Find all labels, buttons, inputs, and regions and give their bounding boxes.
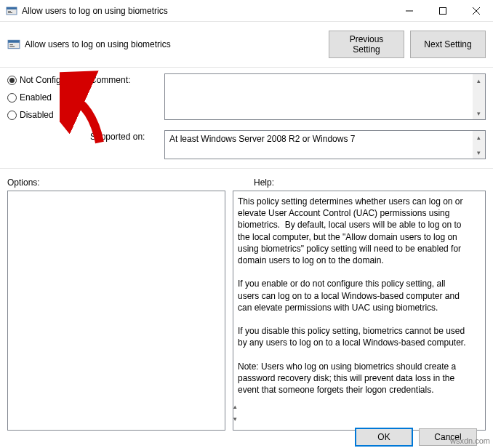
supported-on-label: Supported on: — [90, 130, 154, 159]
scroll-down-icon[interactable]: ▾ — [473, 146, 485, 159]
window-controls — [393, 0, 493, 22]
scrollbar[interactable]: ▴ ▾ — [473, 74, 485, 119]
titlebar: Allow users to log on using biometrics — [0, 0, 493, 22]
svg-rect-10 — [9, 44, 13, 45]
scroll-down-icon[interactable]: ▾ — [233, 412, 237, 425]
close-button[interactable] — [460, 0, 493, 22]
radio-label: Enabled — [20, 92, 52, 103]
maximize-button[interactable] — [426, 0, 460, 22]
supported-on-text: At least Windows Server 2008 R2 or Windo… — [165, 131, 485, 147]
state-radios: Not Configured Enabled Disabled — [7, 73, 80, 127]
minimize-button[interactable] — [393, 0, 426, 22]
watermark: wsxdn.com — [450, 436, 490, 445]
ok-button[interactable]: OK — [355, 428, 413, 447]
svg-rect-5 — [440, 7, 446, 14]
supported-on-box: At least Windows Server 2008 R2 or Windo… — [164, 130, 486, 159]
footer: OK Cancel — [0, 426, 493, 448]
help-text: This policy setting determines whether u… — [233, 191, 485, 400]
radio-icon — [7, 111, 17, 120]
radio-disabled[interactable]: Disabled — [7, 110, 80, 120]
scroll-down-icon[interactable]: ▾ — [473, 107, 485, 119]
svg-rect-2 — [8, 11, 11, 12]
scrollbar[interactable]: ▴ ▾ — [233, 400, 237, 425]
svg-rect-9 — [8, 40, 20, 42]
comment-label: Comment: — [90, 73, 154, 127]
policy-icon — [7, 38, 20, 51]
scroll-up-icon[interactable]: ▴ — [473, 74, 485, 87]
radio-not-configured[interactable]: Not Configured — [7, 75, 80, 85]
scrollbar[interactable]: ▴ ▾ — [473, 131, 485, 159]
options-panel — [7, 191, 225, 431]
page-title: Allow users to log on using biometrics — [25, 39, 171, 49]
comment-textarea[interactable]: ▴ ▾ — [164, 73, 486, 120]
radio-label: Disabled — [20, 110, 54, 120]
options-label: Options: — [7, 177, 239, 188]
svg-rect-11 — [9, 46, 15, 47]
radio-icon — [7, 76, 17, 85]
radio-enabled[interactable]: Enabled — [7, 92, 80, 103]
window-title: Allow users to log on using biometrics — [22, 6, 168, 16]
scroll-up-icon[interactable]: ▴ — [233, 400, 237, 412]
scroll-up-icon[interactable]: ▴ — [473, 131, 485, 143]
help-label: Help: — [254, 177, 486, 188]
svg-rect-3 — [8, 12, 12, 13]
radio-icon — [7, 93, 17, 103]
help-panel: This policy setting determines whether u… — [233, 191, 486, 431]
next-setting-button[interactable]: Next Setting — [410, 31, 486, 58]
previous-setting-button[interactable]: Previous Setting — [329, 31, 404, 58]
header: Allow users to log on using biometrics P… — [0, 22, 493, 61]
radio-label: Not Configured — [20, 75, 79, 85]
policy-icon — [6, 5, 17, 17]
svg-rect-1 — [7, 7, 17, 9]
